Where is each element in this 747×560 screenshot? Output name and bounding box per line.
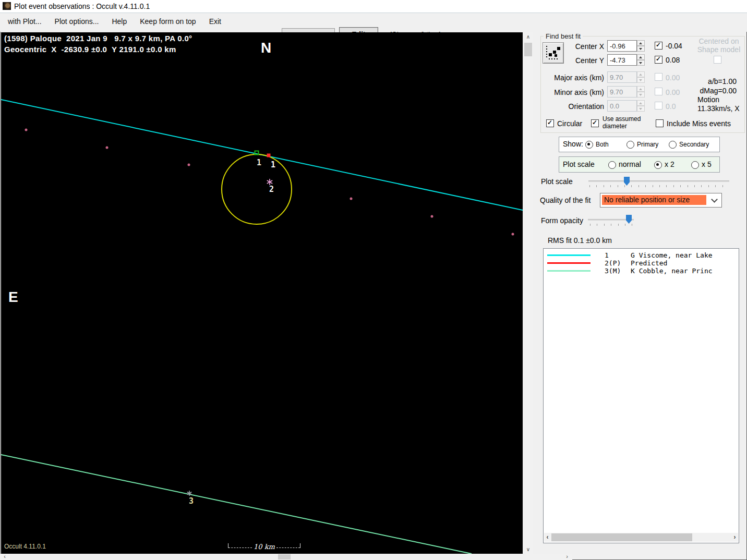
circular-checkbox[interactable]	[546, 119, 554, 127]
menu-keep-form-on-top[interactable]: Keep form on top	[140, 17, 196, 26]
north-label: N	[261, 40, 271, 56]
chord-color-swatch	[547, 270, 591, 272]
chevron-down-icon[interactable]	[711, 196, 718, 203]
show-primary-radio[interactable]	[626, 141, 634, 149]
form-opacity-slider-thumb[interactable]	[626, 215, 632, 224]
app-window: Plot event observations : Occult v.4.11.…	[0, 0, 747, 560]
plot-area[interactable]: 1123 (1598) Paloque 2021 Jan 9 9.7 x 9.7…	[1, 32, 523, 554]
svg-text:1: 1	[271, 160, 275, 169]
plot-subtitle: Geocentric X -2630.9 ±0.0 Y 2191.0 ±0.0 …	[4, 45, 176, 54]
offset-y-checkbox[interactable]	[655, 56, 662, 64]
spin-up-icon[interactable]	[637, 40, 645, 46]
menu-exit[interactable]: Exit	[209, 17, 221, 26]
list-item[interactable]: 1 G Viscome, near Lake	[544, 251, 739, 259]
orientation-label: Orientation	[543, 102, 604, 111]
scroll-left-icon[interactable]: ‹	[1, 554, 8, 560]
include-miss-events-checkbox[interactable]	[656, 119, 664, 127]
scale-bar-dash	[276, 547, 300, 549]
spin-down-icon	[637, 77, 645, 83]
observer-list[interactable]: 1 G Viscome, near Lake 2(P) Predicted 3(…	[543, 248, 739, 543]
plot-scale-x2-radio[interactable]	[654, 161, 662, 169]
list-item[interactable]: 2(P) Predicted	[544, 259, 739, 267]
rms-fit-label: RMS fit 0.1 ±0.0 km	[548, 236, 612, 245]
quality-value: No reliable position or size	[602, 195, 706, 205]
centered-on-line1: Centered on	[698, 37, 739, 45]
minor-axis-input	[607, 86, 637, 98]
menu-plot-options[interactable]: Plot options...	[55, 17, 99, 26]
title-bar: Plot event observations : Occult v.4.11.…	[0, 0, 747, 13]
chord-color-swatch	[547, 262, 591, 264]
observer-name: K Cobble, near Princ	[631, 267, 713, 275]
menu-help[interactable]: Help	[112, 17, 127, 26]
center-x-spinner[interactable]	[637, 40, 645, 52]
horizontal-scroll-thumb[interactable]	[278, 554, 291, 559]
plot-scale-slider-label: Plot scale	[541, 177, 573, 186]
spin-down-icon[interactable]	[637, 60, 645, 66]
list-item[interactable]: 3(M) K Cobble, near Princ	[544, 267, 739, 275]
center-x-label: Center X	[543, 42, 604, 51]
show-secondary-label: Secondary	[679, 141, 709, 148]
minor-axis-spinner	[637, 86, 645, 98]
scroll-right-icon[interactable]: ›	[731, 533, 738, 542]
dmag-label: dMag=0.00	[694, 87, 737, 95]
scroll-up-icon[interactable]: ∧	[524, 32, 533, 41]
show-secondary-radio[interactable]	[669, 141, 677, 149]
menu-with-plot[interactable]: with Plot...	[8, 17, 42, 26]
find-best-fit-title: Find best fit	[544, 32, 583, 40]
observer-name: Predicted	[631, 259, 667, 267]
plot-canvas: 1123	[1, 32, 523, 554]
plot-horizontal-scrollbar[interactable]: ‹ ›	[0, 554, 572, 560]
major-axis-spinner	[637, 71, 645, 83]
center-y-spinner[interactable]	[637, 54, 645, 66]
version-label: Occult 4.11.0.1	[4, 543, 46, 550]
orientation-spinner	[637, 100, 645, 112]
motion-value: 11.33km/s, X	[697, 104, 740, 113]
spin-down-icon	[637, 106, 645, 112]
scale-bar-right-tick	[300, 543, 300, 548]
scroll-down-icon[interactable]: ∨	[524, 545, 533, 554]
centered-on-label: Centered on Shape model	[694, 37, 744, 54]
list-horizontal-scrollbar[interactable]: ‹ ›	[544, 533, 738, 542]
spin-up-icon[interactable]	[637, 54, 645, 60]
major-unc-checkbox	[655, 73, 662, 81]
svg-text:1: 1	[257, 158, 261, 167]
plot-scale-slider-track[interactable]	[588, 180, 729, 182]
center-y-label: Center Y	[543, 56, 604, 65]
center-y-input[interactable]	[607, 54, 637, 66]
major-axis-input	[607, 71, 637, 83]
use-assumed-diameter-checkbox[interactable]	[591, 119, 599, 127]
svg-text:3: 3	[189, 496, 194, 506]
window-title: Plot event observations : Occult v.4.11.…	[14, 2, 150, 10]
list-scroll-thumb[interactable]	[551, 533, 692, 541]
ab-ratio-label: a/b=1.00	[694, 77, 737, 86]
spin-up-icon	[637, 100, 645, 106]
scale-bar: 10 km	[228, 543, 300, 551]
show-label: Show:	[563, 140, 583, 148]
show-both-radio[interactable]	[585, 141, 593, 149]
offset-x-checkbox[interactable]	[655, 42, 662, 50]
plot-scale-slider-thumb[interactable]	[624, 177, 630, 186]
plot-scale-normal-radio[interactable]	[608, 161, 616, 169]
app-icon	[3, 2, 11, 10]
observer-id: 2(P)	[605, 259, 621, 267]
spin-down-icon[interactable]	[637, 46, 645, 52]
observer-id: 1	[605, 251, 609, 259]
observer-id: 3(M)	[605, 267, 621, 275]
orientation-input	[607, 100, 637, 112]
plot-vertical-scrollbar[interactable]: ∧ ∨	[524, 32, 533, 554]
plot-scale-normal-label: normal	[619, 160, 641, 168]
use-assumed-diameter-label: Use assumed diameter	[603, 115, 650, 130]
plot-scale-x5-radio[interactable]	[691, 161, 699, 169]
offset-y-value: 0.08	[666, 56, 680, 64]
shape-model-checkbox[interactable]	[714, 56, 721, 64]
center-x-input[interactable]	[607, 40, 637, 52]
svg-text:2: 2	[269, 185, 274, 194]
scroll-right-icon[interactable]: ›	[563, 554, 571, 560]
major-axis-label: Major axis (km)	[543, 74, 604, 82]
minor-axis-label: Minor axis (km)	[543, 88, 604, 96]
major-unc-value: 0.00	[666, 74, 680, 82]
vertical-scroll-thumb[interactable]	[524, 43, 532, 56]
quality-dropdown[interactable]: No reliable position or size	[600, 193, 722, 208]
scroll-left-icon[interactable]: ‹	[544, 533, 551, 542]
orient-unc-value: 0.0	[666, 102, 676, 111]
